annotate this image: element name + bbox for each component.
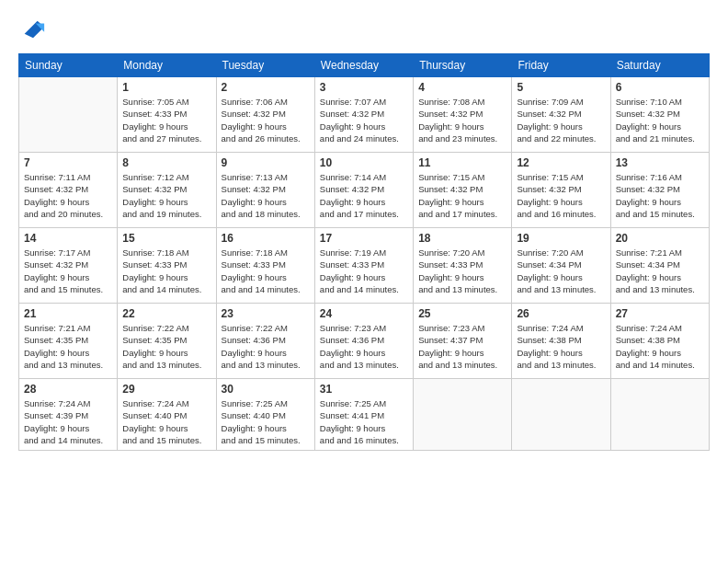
sunrise-text: Sunrise: 7:06 AM (222, 97, 288, 107)
sunset-text: Sunset: 4:32 PM (320, 184, 384, 194)
day-info: Sunrise: 7:13 AMSunset: 4:32 PMDaylight:… (222, 171, 310, 220)
daylight-text: Daylight: 9 hours (517, 348, 582, 358)
daylight-text: Daylight: 9 hours (222, 197, 287, 207)
calendar-cell: 15Sunrise: 7:18 AMSunset: 4:33 PMDayligh… (118, 228, 216, 304)
day-number: 31 (320, 383, 408, 396)
weekday-header-row: SundayMondayTuesdayWednesdayThursdayFrid… (19, 54, 710, 77)
daylight-text: Daylight: 9 hours (517, 197, 582, 207)
day-number: 12 (517, 156, 605, 169)
sunrise-text: Sunrise: 7:25 AM (222, 398, 288, 408)
calendar-cell: 9Sunrise: 7:13 AMSunset: 4:32 PMDaylight… (216, 153, 314, 228)
day-number: 25 (418, 307, 506, 320)
daylight-text: Daylight: 9 hours (418, 121, 483, 132)
calendar-cell: 25Sunrise: 7:23 AMSunset: 4:37 PMDayligh… (414, 304, 512, 379)
calendar-cell: 20Sunrise: 7:21 AMSunset: 4:34 PMDayligh… (610, 228, 709, 304)
sunset-text: Sunset: 4:34 PM (616, 259, 680, 270)
day-info: Sunrise: 7:25 AMSunset: 4:40 PMDaylight:… (222, 397, 310, 446)
sunset-text: Sunset: 4:36 PM (222, 335, 286, 345)
daylight-text-cont: and and 13 minutes. (24, 360, 103, 370)
daylight-text-cont: and and 14 minutes. (122, 284, 201, 294)
day-info: Sunrise: 7:24 AMSunset: 4:38 PMDaylight:… (616, 322, 704, 371)
weekday-header: Saturday (610, 54, 709, 77)
calendar-cell: 6Sunrise: 7:10 AMSunset: 4:32 PMDaylight… (610, 77, 709, 153)
day-number: 14 (24, 232, 112, 245)
logo (18, 17, 46, 42)
day-info: Sunrise: 7:17 AMSunset: 4:32 PMDaylight:… (24, 247, 112, 295)
daylight-text: Daylight: 9 hours (418, 197, 483, 207)
calendar-cell: 21Sunrise: 7:21 AMSunset: 4:35 PMDayligh… (19, 304, 118, 379)
sunset-text: Sunset: 4:33 PM (320, 259, 384, 270)
daylight-text: Daylight: 9 hours (222, 423, 287, 433)
sunset-text: Sunset: 4:38 PM (517, 335, 581, 345)
day-info: Sunrise: 7:09 AMSunset: 4:32 PMDaylight:… (517, 96, 605, 144)
calendar-week-row: 28Sunrise: 7:24 AMSunset: 4:39 PMDayligh… (19, 379, 710, 451)
day-number: 30 (222, 383, 310, 396)
daylight-text-cont: and and 15 minutes. (122, 435, 201, 445)
calendar-cell: 23Sunrise: 7:22 AMSunset: 4:36 PMDayligh… (216, 304, 314, 379)
daylight-text: Daylight: 9 hours (320, 423, 385, 433)
daylight-text: Daylight: 9 hours (122, 423, 188, 433)
daylight-text-cont: and and 15 minutes. (616, 209, 695, 219)
day-number: 6 (616, 81, 704, 94)
day-info: Sunrise: 7:07 AMSunset: 4:32 PMDaylight:… (320, 96, 408, 144)
sunrise-text: Sunrise: 7:20 AM (418, 247, 484, 258)
day-info: Sunrise: 7:20 AMSunset: 4:34 PMDaylight:… (517, 247, 605, 295)
calendar-cell: 4Sunrise: 7:08 AMSunset: 4:32 PMDaylight… (414, 77, 512, 153)
sunset-text: Sunset: 4:33 PM (222, 259, 286, 270)
daylight-text: Daylight: 9 hours (616, 197, 681, 207)
sunset-text: Sunset: 4:34 PM (517, 259, 581, 270)
page: SundayMondayTuesdayWednesdayThursdayFrid… (0, 0, 728, 460)
daylight-text: Daylight: 9 hours (418, 272, 483, 282)
daylight-text: Daylight: 9 hours (517, 272, 582, 282)
day-number: 2 (222, 81, 310, 94)
calendar-cell: 29Sunrise: 7:24 AMSunset: 4:40 PMDayligh… (118, 379, 216, 451)
daylight-text-cont: and and 20 minutes. (24, 209, 103, 219)
sunset-text: Sunset: 4:32 PM (222, 109, 286, 119)
calendar-cell (19, 77, 118, 153)
weekday-header: Thursday (414, 54, 512, 77)
day-info: Sunrise: 7:06 AMSunset: 4:32 PMDaylight:… (222, 96, 310, 144)
calendar-cell: 2Sunrise: 7:06 AMSunset: 4:32 PMDaylight… (216, 77, 314, 153)
daylight-text-cont: and and 13 minutes. (517, 360, 596, 370)
daylight-text-cont: and and 24 minutes. (320, 133, 399, 144)
sunrise-text: Sunrise: 7:20 AM (517, 247, 583, 258)
day-number: 17 (320, 232, 408, 245)
calendar-cell: 1Sunrise: 7:05 AMSunset: 4:33 PMDaylight… (118, 77, 216, 153)
sunset-text: Sunset: 4:40 PM (222, 410, 286, 420)
sunrise-text: Sunrise: 7:18 AM (122, 247, 188, 258)
sunset-text: Sunset: 4:32 PM (616, 109, 680, 119)
sunrise-text: Sunrise: 7:15 AM (418, 172, 484, 182)
sunset-text: Sunset: 4:33 PM (122, 259, 187, 270)
sunset-text: Sunset: 4:33 PM (122, 109, 187, 119)
daylight-text: Daylight: 9 hours (616, 348, 681, 358)
sunset-text: Sunset: 4:32 PM (122, 184, 187, 194)
sunrise-text: Sunrise: 7:24 AM (122, 398, 188, 408)
day-info: Sunrise: 7:18 AMSunset: 4:33 PMDaylight:… (222, 247, 310, 295)
sunrise-text: Sunrise: 7:21 AM (24, 323, 90, 333)
daylight-text-cont: and and 13 minutes. (616, 284, 695, 294)
sunrise-text: Sunrise: 7:08 AM (418, 97, 484, 107)
daylight-text-cont: and and 14 minutes. (320, 284, 399, 294)
day-number: 11 (418, 156, 506, 169)
daylight-text: Daylight: 9 hours (517, 121, 582, 132)
day-info: Sunrise: 7:14 AMSunset: 4:32 PMDaylight:… (320, 171, 408, 220)
sunrise-text: Sunrise: 7:22 AM (122, 323, 188, 333)
sunrise-text: Sunrise: 7:10 AM (616, 97, 682, 107)
sunrise-text: Sunrise: 7:21 AM (616, 247, 682, 258)
weekday-header: Sunday (19, 54, 118, 77)
sunrise-text: Sunrise: 7:19 AM (320, 247, 386, 258)
day-number: 23 (222, 307, 310, 320)
sunset-text: Sunset: 4:32 PM (320, 109, 384, 119)
day-number: 5 (517, 81, 605, 94)
calendar-cell: 18Sunrise: 7:20 AMSunset: 4:33 PMDayligh… (414, 228, 512, 304)
sunset-text: Sunset: 4:39 PM (24, 410, 88, 420)
weekday-header: Friday (512, 54, 610, 77)
sunset-text: Sunset: 4:36 PM (320, 335, 384, 345)
daylight-text: Daylight: 9 hours (222, 348, 287, 358)
day-number: 19 (517, 232, 605, 245)
day-number: 16 (222, 232, 310, 245)
weekday-header: Monday (118, 54, 216, 77)
daylight-text-cont: and and 26 minutes. (222, 133, 301, 144)
daylight-text: Daylight: 9 hours (320, 272, 385, 282)
day-number: 3 (320, 81, 408, 94)
